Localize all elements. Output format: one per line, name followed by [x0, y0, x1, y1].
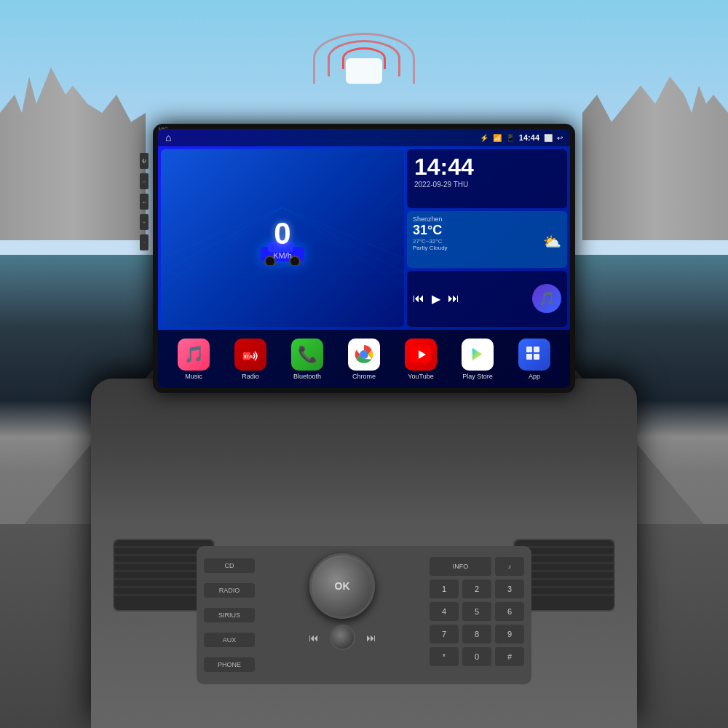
main-content: 0 KM/h 14:44	[158, 146, 570, 330]
android-screen: ⌂ ⚡ 📶 📱 14:44 ⬜ ↩	[158, 129, 570, 388]
bluetooth-icon: ⚡	[480, 134, 488, 142]
player-controls: ⏮ ▶ ⏭	[413, 292, 459, 306]
power-button[interactable]: ⏻	[140, 153, 149, 169]
screen-bezel: MIC RST ⏻ ⌂ ↩ + - ⌂ ⚡ 📶 📱 14:44 ⬜ ↩	[153, 124, 575, 393]
weather-temp: 31°C	[413, 223, 561, 238]
app-music-label: Music	[185, 373, 202, 380]
app-bluetooth-icon: 📞	[291, 339, 323, 371]
status-bar: ⌂ ⚡ 📶 📱 14:44 ⬜ ↩	[158, 129, 570, 146]
vol-down-button[interactable]: -	[140, 234, 149, 250]
radio-button[interactable]: RADIO	[204, 583, 255, 598]
weather-range: 27°C~32°C	[413, 238, 561, 245]
app-youtube[interactable]: YouTube	[405, 339, 437, 380]
forward-button[interactable]: ⏭	[448, 292, 459, 305]
key-7[interactable]: 7	[430, 625, 459, 644]
weather-description: Partly Cloudy	[413, 245, 561, 251]
info-button[interactable]: INFO	[430, 557, 491, 576]
weather-icon: ⛅	[543, 233, 561, 250]
key-0[interactable]: 0	[462, 647, 491, 666]
app-grid-label: App	[529, 373, 540, 380]
clock-panel: 14:44 2022-09-29 THU	[407, 149, 567, 208]
app-radio[interactable]: 87.50 Radio	[234, 339, 266, 380]
svg-rect-24	[526, 347, 532, 352]
radio-left-labels: CD RADIO SIRIUS AUX PHONE	[204, 553, 255, 677]
key-star[interactable]: *	[430, 647, 459, 666]
volume-knob[interactable]	[330, 625, 355, 650]
phone-button[interactable]: PHONE	[204, 657, 255, 672]
app-playstore-label: Play Store	[462, 373, 493, 380]
wifi-icon: 📶	[493, 134, 502, 142]
menu-button[interactable]: ♪	[495, 557, 524, 576]
music-player: ⏮ ▶ ⏭ 🎵	[407, 271, 567, 327]
key-6[interactable]: 6	[495, 602, 524, 621]
key-8[interactable]: 8	[462, 625, 491, 644]
right-panels: 14:44 2022-09-29 THU Shenzhen 31°C 27°C~…	[407, 149, 567, 327]
app-music-icon: 🎵	[178, 339, 210, 371]
app-radio-label: Radio	[242, 373, 259, 380]
rewind-button[interactable]: ⏮	[413, 292, 424, 305]
next-button[interactable]: ⏭	[366, 632, 376, 644]
radio-panel: CD RADIO SIRIUS AUX PHONE OK ⏮ ⏭ INFO ♪ …	[197, 546, 531, 684]
key-4[interactable]: 4	[430, 602, 459, 621]
clock-time: 14:44	[414, 155, 560, 178]
key-3[interactable]: 3	[495, 579, 524, 598]
key-5[interactable]: 5	[462, 602, 491, 621]
svg-rect-25	[534, 347, 539, 352]
app-chrome-icon	[348, 339, 380, 371]
app-chrome[interactable]: Chrome	[348, 339, 380, 380]
ok-dial[interactable]: OK	[309, 553, 375, 619]
app-grid-icon	[518, 339, 550, 371]
app-music[interactable]: 🎵 Music	[178, 339, 210, 380]
app-grid[interactable]: App	[518, 339, 550, 380]
back-nav-icon[interactable]: ↩	[557, 134, 563, 142]
app-youtube-icon	[405, 339, 437, 371]
svg-rect-27	[534, 354, 539, 360]
app-bluetooth-label: Bluetooth	[293, 373, 321, 380]
app-bluetooth[interactable]: 📞 Bluetooth	[291, 339, 323, 380]
music-disc[interactable]: 🎵	[532, 284, 561, 313]
app-radio-icon: 87.50	[234, 339, 266, 371]
weather-city: Shenzhen	[413, 215, 561, 223]
aux-button[interactable]: AUX	[204, 633, 255, 647]
sirius-button[interactable]: SIRIUS	[204, 608, 255, 622]
app-chrome-label: Chrome	[352, 373, 376, 380]
cd-button[interactable]: CD	[204, 558, 255, 573]
home-side-button[interactable]: ⌂	[140, 173, 149, 189]
back-button[interactable]: ↩	[140, 194, 149, 210]
sensor-car-outline	[346, 58, 382, 84]
key-hash[interactable]: #	[495, 647, 524, 666]
svg-text:87.50: 87.50	[244, 355, 256, 359]
status-time: 14:44	[519, 133, 539, 142]
app-playstore[interactable]: Play Store	[462, 339, 494, 380]
speed-panel: 0 KM/h	[161, 149, 404, 327]
play-button[interactable]: ▶	[432, 292, 440, 306]
speed-value: 0	[274, 216, 290, 251]
prev-button[interactable]: ⏮	[309, 632, 319, 644]
app-youtube-label: YouTube	[408, 373, 433, 380]
status-icons: ⚡ 📶 📱 14:44 ⬜ ↩	[480, 133, 563, 142]
vol-up-button[interactable]: +	[140, 214, 149, 230]
transport-row: ⏮ ⏭	[309, 625, 376, 650]
radio-center: OK ⏮ ⏭	[262, 553, 422, 677]
speed-unit: KM/h	[273, 251, 292, 260]
parking-sensors	[291, 36, 437, 109]
key-9[interactable]: 9	[495, 625, 524, 644]
console-background: CD RADIO SIRIUS AUX PHONE OK ⏮ ⏭ INFO ♪ …	[91, 379, 637, 728]
app-dock: 🎵 Music 87.50 Radio	[158, 330, 570, 388]
home-icon[interactable]: ⌂	[165, 132, 171, 143]
clock-date: 2022-09-29 THU	[414, 181, 560, 189]
window-icon[interactable]: ⬜	[544, 134, 553, 142]
svg-point-19	[361, 352, 367, 357]
app-playstore-icon	[462, 339, 494, 371]
key-1[interactable]: 1	[430, 579, 459, 598]
numpad: INFO ♪ 1 2 3 4 5 6 7 8 9 * 0 #	[430, 553, 524, 677]
weather-panel: Shenzhen 31°C 27°C~32°C Partly Cloudy ⛅	[407, 211, 567, 267]
side-buttons: ⏻ ⌂ ↩ + -	[140, 153, 149, 250]
signal-icon: 📱	[506, 134, 515, 142]
svg-rect-26	[526, 354, 532, 360]
key-2[interactable]: 2	[462, 579, 491, 598]
scene-background: CD RADIO SIRIUS AUX PHONE OK ⏮ ⏭ INFO ♪ …	[0, 0, 728, 728]
